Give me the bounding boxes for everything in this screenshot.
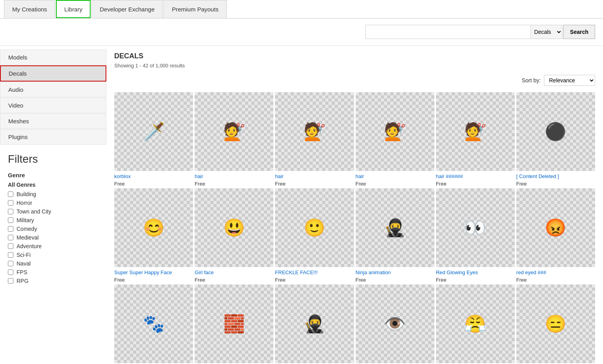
sidebar-item-models[interactable]: Models: [0, 50, 106, 65]
tab-library[interactable]: Library: [56, 0, 91, 18]
item-name-2[interactable]: hair: [195, 173, 273, 180]
sidebar-item-decals[interactable]: Decals: [0, 65, 106, 82]
genre-item-adventure: Adventure: [8, 243, 98, 249]
sidebar-item-meshes[interactable]: Meshes: [0, 113, 106, 129]
item-price-12: Free: [516, 277, 595, 283]
item-thumb-17: 😤: [436, 284, 515, 363]
item-price-4: Free: [356, 181, 434, 187]
search-type-select[interactable]: ModelsDecalsAudioVideoMeshesPlugins: [531, 25, 562, 39]
tab-developer-exchange[interactable]: Developer Exchange: [91, 0, 163, 18]
item-price-2: Free: [195, 181, 273, 187]
item-card-7[interactable]: 😊Super Super Happy FaceFree: [114, 188, 193, 283]
genre-item-comedy: Comedy: [8, 226, 98, 232]
genre-label-comedy: Comedy: [17, 226, 37, 232]
item-name-9[interactable]: FRECKLE FACE!!!: [275, 269, 354, 276]
item-name-7[interactable]: Super Super Happy Face: [114, 269, 193, 276]
items-grid: 🗡️korbloxFree💇hairFree💇hairFree💇hairFree…: [114, 92, 595, 363]
item-thumb-1: 🗡️: [114, 92, 193, 171]
genre-checkbox-naval[interactable]: [8, 261, 13, 266]
genre-item-horror: Horror: [8, 200, 98, 206]
genre-list: BuildingHorrorTown and CityMilitaryComed…: [8, 191, 98, 284]
content-area: DECALS Showing 1 - 42 of 1,000 results S…: [106, 46, 603, 364]
genre-label-fps: FPS: [17, 269, 27, 275]
tab-premium-payouts[interactable]: Premium Payouts: [163, 0, 226, 18]
sidebar-item-audio[interactable]: Audio: [0, 82, 106, 97]
item-card-4[interactable]: 💇hairFree: [356, 92, 434, 187]
all-genres-label: All Genres: [8, 182, 98, 188]
item-card-8[interactable]: 😃Girl faceFree: [195, 188, 273, 283]
item-card-14[interactable]: 🧱: [195, 284, 273, 363]
content-subtitle: Showing 1 - 42 of 1,000 results: [114, 63, 595, 69]
item-card-15[interactable]: 🥷: [275, 284, 354, 363]
item-card-18[interactable]: 😑: [516, 284, 595, 363]
genre-checkbox-adventure[interactable]: [8, 243, 13, 249]
item-thumb-18: 😑: [516, 284, 595, 363]
sidebar-item-plugins[interactable]: Plugins: [0, 129, 106, 145]
genre-item-town-city: Town and City: [8, 208, 98, 215]
item-price-6: Free: [516, 181, 595, 187]
item-card-12[interactable]: 😡red eyed ###Free: [516, 188, 595, 283]
item-thumb-9: 🙂: [275, 188, 354, 267]
item-name-4[interactable]: hair: [356, 173, 434, 180]
item-card-10[interactable]: 🥷Ninja animationFree: [356, 188, 434, 283]
item-thumb-6: ⚫: [516, 92, 595, 171]
item-name-6[interactable]: [ Content Deleted ]: [516, 173, 595, 180]
item-card-9[interactable]: 🙂FRECKLE FACE!!!Free: [275, 188, 354, 283]
item-thumb-11: 👀: [436, 188, 515, 267]
genre-checkbox-sci-fi[interactable]: [8, 252, 13, 258]
item-name-5[interactable]: hair ######: [436, 173, 515, 180]
item-card-3[interactable]: 💇hairFree: [275, 92, 354, 187]
genre-checkbox-rpg[interactable]: [8, 278, 13, 284]
genre-checkbox-medieval[interactable]: [8, 235, 13, 240]
item-card-2[interactable]: 💇hairFree: [195, 92, 273, 187]
search-area: ModelsDecalsAudioVideoMeshesPlugins Sear…: [0, 19, 603, 46]
genre-item-naval: Naval: [8, 260, 98, 267]
item-price-8: Free: [195, 277, 273, 283]
genre-label-horror: Horror: [17, 200, 32, 206]
item-card-5[interactable]: 💇hair ######Free: [436, 92, 515, 187]
genre-label-medieval: Medieval: [17, 234, 39, 241]
item-card-13[interactable]: 🐾: [114, 284, 193, 363]
content-title: DECALS: [114, 52, 595, 60]
search-button[interactable]: Search: [563, 25, 595, 39]
item-thumb-7: 😊: [114, 188, 193, 267]
item-card-1[interactable]: 🗡️korbloxFree: [114, 92, 193, 187]
item-name-8[interactable]: Girl face: [195, 269, 273, 276]
genre-label-rpg: RPG: [17, 278, 28, 284]
item-thumb-2: 💇: [195, 92, 273, 171]
item-price-9: Free: [275, 277, 354, 283]
genre-item-medieval: Medieval: [8, 234, 98, 241]
item-thumb-16: 👁️: [356, 284, 434, 363]
genre-checkbox-comedy[interactable]: [8, 226, 13, 232]
item-name-12[interactable]: red eyed ###: [516, 269, 595, 276]
item-card-6[interactable]: ⚫[ Content Deleted ]Free: [516, 92, 595, 187]
sidebar-item-video[interactable]: Video: [0, 98, 106, 113]
genre-checkbox-town-city[interactable]: [8, 209, 13, 214]
item-price-3: Free: [275, 181, 354, 187]
search-input[interactable]: [366, 25, 531, 39]
genre-label-military: Military: [17, 217, 34, 223]
item-name-11[interactable]: Red Glowing Eyes: [436, 269, 515, 276]
sort-label: Sort by:: [522, 77, 541, 84]
item-name-3[interactable]: hair: [275, 173, 354, 180]
genre-label-adventure: Adventure: [17, 243, 42, 249]
item-thumb-12: 😡: [516, 188, 595, 267]
item-card-17[interactable]: 😤: [436, 284, 515, 363]
genre-item-sci-fi: Sci-Fi: [8, 252, 98, 258]
genre-checkbox-fps[interactable]: [8, 269, 13, 275]
tab-my-creations[interactable]: My Creations: [4, 0, 55, 18]
genre-label-building: Building: [17, 191, 36, 197]
genre-checkbox-horror[interactable]: [8, 200, 13, 206]
item-thumb-13: 🐾: [114, 284, 193, 363]
top-navigation: My CreationsLibraryDeveloper ExchangePre…: [0, 0, 603, 19]
genre-title: Genre: [8, 172, 98, 178]
item-name-10[interactable]: Ninja animation: [356, 269, 434, 276]
item-card-16[interactable]: 👁️: [356, 284, 434, 363]
genre-checkbox-building[interactable]: [8, 191, 13, 197]
sort-select[interactable]: RelevanceMost TakenNewestOldest: [544, 75, 595, 86]
genre-item-rpg: RPG: [8, 278, 98, 284]
item-card-11[interactable]: 👀Red Glowing EyesFree: [436, 188, 515, 283]
item-name-1[interactable]: korblox: [114, 173, 193, 180]
genre-checkbox-military[interactable]: [8, 217, 13, 223]
item-thumb-4: 💇: [356, 92, 434, 171]
